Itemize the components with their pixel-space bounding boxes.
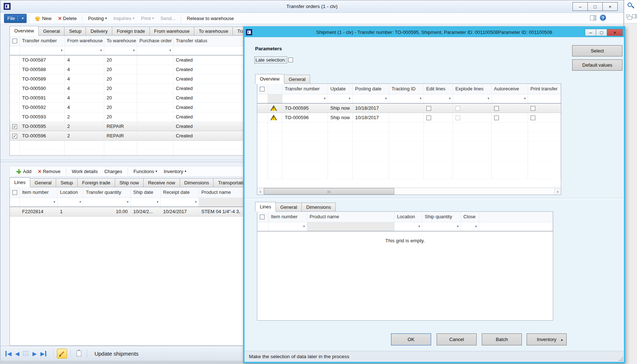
filter-dropdown-icon[interactable]: ▾ <box>449 97 451 100</box>
print-transfer-checkbox[interactable] <box>531 116 535 120</box>
row-checkbox-checked[interactable]: ✓ <box>12 124 17 129</box>
tab-general[interactable]: General <box>275 203 302 212</box>
select-all-checkbox[interactable] <box>12 190 17 195</box>
filter-cell[interactable] <box>307 222 394 231</box>
filter-cell[interactable]: ▾ <box>423 94 453 103</box>
column-header[interactable]: Tracking ID <box>389 84 423 94</box>
delete-button[interactable]: × Delete <box>58 16 77 21</box>
filter-dropdown-icon[interactable]: ▾ <box>457 225 459 228</box>
select-button[interactable]: Select <box>572 45 622 56</box>
filter-cell[interactable]: ▾ <box>491 94 528 103</box>
dialog-close-button[interactable]: × <box>607 29 623 36</box>
new-button[interactable]: New <box>35 16 51 21</box>
release-to-warehouse-button[interactable]: Release to warehouse <box>187 16 234 21</box>
column-header[interactable]: Ship date <box>130 187 160 197</box>
filter-cell[interactable]: ▾ <box>65 46 104 55</box>
column-header[interactable]: To warehouse <box>104 36 137 46</box>
filter-dropdown-icon[interactable]: ▾ <box>195 200 197 204</box>
select-all-cell[interactable] <box>10 36 19 46</box>
tab-delivery[interactable]: Delivery <box>86 27 112 36</box>
filter-cell[interactable]: ▾ <box>130 197 160 207</box>
dialog-splitter[interactable] <box>245 197 624 200</box>
filter-cell[interactable]: ▾ <box>389 94 423 103</box>
filter-cell[interactable]: ▾ <box>394 222 422 231</box>
tab-lines[interactable]: Lines <box>9 177 30 187</box>
grid-view-icon[interactable] <box>23 351 29 356</box>
default-values-button[interactable]: Default values <box>572 59 622 71</box>
autoreceive-checkbox[interactable] <box>494 116 499 120</box>
filter-dropdown-icon[interactable]: ▾ <box>169 49 171 52</box>
first-record-icon[interactable]: ◀ <box>5 351 12 356</box>
cascade-windows-icon[interactable] <box>626 15 630 17</box>
filter-dropdown-icon[interactable]: ▾ <box>61 49 63 52</box>
minimize-button[interactable]: – <box>572 2 588 11</box>
inventory-button[interactable]: Inventory ▸ <box>527 333 567 345</box>
filter-cell[interactable]: ▾ <box>160 197 199 207</box>
tab-foreign-trade[interactable]: Foreign trade <box>112 27 149 36</box>
tab-to-warehouse[interactable]: To warehouse <box>194 27 233 36</box>
help-icon[interactable]: ? <box>600 15 606 21</box>
select-all-checkbox[interactable] <box>12 39 17 43</box>
edit-lines-checkbox[interactable] <box>426 106 431 111</box>
column-header[interactable]: Location <box>394 212 422 222</box>
tab-from-warehouse[interactable]: From warehouse <box>149 27 195 36</box>
filter-dropdown-icon[interactable]: ▾ <box>157 200 159 204</box>
column-header[interactable]: Receipt date <box>160 187 199 197</box>
work-details-button[interactable]: Work details <box>72 169 98 174</box>
filter-dropdown-icon[interactable]: ▾ <box>133 49 135 52</box>
column-header[interactable]: Edit lines <box>423 84 453 94</box>
tab-lines[interactable]: Lines <box>255 202 276 212</box>
filter-cell[interactable]: ▾ <box>461 222 479 231</box>
filter-dropdown-icon[interactable]: ▾ <box>420 97 422 100</box>
tab-general[interactable]: General <box>38 27 65 36</box>
tab-receive-now[interactable]: Receive now <box>143 178 180 187</box>
select-all-cell[interactable] <box>10 187 19 197</box>
column-header[interactable]: Item number <box>268 212 307 222</box>
filter-cell[interactable]: ▾ <box>104 46 137 55</box>
filter-dropdown-icon[interactable]: ▾ <box>385 97 387 100</box>
column-header[interactable]: Location <box>57 187 83 197</box>
dialog-minimize-button[interactable]: – <box>585 29 596 36</box>
filter-dropdown-icon[interactable]: ▾ <box>324 97 326 100</box>
column-header[interactable]: Autoreceive <box>491 84 528 94</box>
inventory-menu-button[interactable]: Inventory ▾ <box>164 169 186 174</box>
filter-dropdown-icon[interactable]: ▾ <box>79 200 81 204</box>
select-all-checkbox[interactable] <box>260 87 265 91</box>
functions-menu-button[interactable]: Functions ▾ <box>133 169 157 174</box>
filter-dropdown-icon[interactable]: ▾ <box>488 97 489 100</box>
filter-cell[interactable]: ▾ <box>83 197 130 207</box>
filter-cell[interactable]: ▾ <box>268 222 307 231</box>
filter-cell[interactable]: ▾ <box>282 94 328 103</box>
column-header[interactable]: Print transfer <box>528 84 561 94</box>
print-menu-button[interactable]: Print ▾ <box>141 16 154 21</box>
layout-pane-icon[interactable] <box>590 15 596 20</box>
filter-dropdown-icon[interactable]: ▾ <box>475 225 477 228</box>
filter-cell[interactable] <box>528 94 561 103</box>
scroll-right-button[interactable]: › <box>554 188 561 195</box>
tab-general[interactable]: General <box>284 75 310 84</box>
search-icon[interactable] <box>628 3 632 7</box>
select-all-cell[interactable] <box>257 212 268 222</box>
tab-setup[interactable]: Setup <box>64 27 86 36</box>
filter-cell[interactable]: ▾ <box>19 197 57 207</box>
filter-cell[interactable]: ▾ <box>328 94 352 103</box>
filter-cell[interactable]: ▾ <box>57 197 83 207</box>
column-header[interactable]: Posting date <box>352 84 389 94</box>
column-header[interactable]: Close <box>461 212 479 222</box>
tab-overview[interactable]: Overview <box>255 74 284 84</box>
filter-cell[interactable]: ▾ <box>453 94 491 103</box>
explode-lines-checkbox[interactable] <box>456 116 460 120</box>
autoreceive-checkbox[interactable] <box>494 106 499 111</box>
batch-button[interactable]: Batch <box>482 333 522 345</box>
column-header[interactable]: Ship quantity <box>422 212 461 222</box>
scroll-left-button[interactable]: ‹ <box>257 188 264 195</box>
layout-pane-icon[interactable] <box>632 14 637 18</box>
row-checkbox-checked[interactable]: ✓ <box>12 134 17 138</box>
column-header[interactable]: Transfer number <box>282 84 328 94</box>
filter-cell[interactable]: ▾ <box>352 94 389 103</box>
filter-dropdown-icon[interactable]: ▾ <box>303 225 305 228</box>
explode-lines-checkbox[interactable] <box>456 106 460 111</box>
column-header[interactable]: Product name <box>307 212 394 222</box>
tab-setup[interactable]: Setup <box>56 178 78 187</box>
filter-dropdown-icon[interactable]: ▾ <box>127 200 129 204</box>
